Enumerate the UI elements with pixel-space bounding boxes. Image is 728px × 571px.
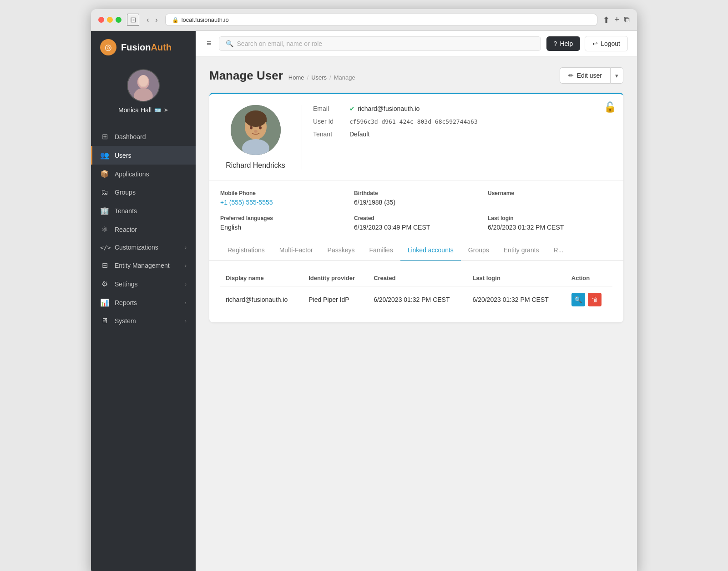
sidebar-item-reactor[interactable]: ⚛ Reactor (91, 220, 196, 239)
logout-button[interactable]: ↩ Logout (585, 36, 628, 51)
sidebar-item-users[interactable]: 👥 Users (91, 146, 196, 165)
edit-icon: ✏ (568, 72, 574, 79)
sidebar-item-label: Tenants (115, 207, 137, 215)
main-content: Manage User Home / Users / Manage (196, 56, 637, 571)
email-row: Email ✔ richard@fusionauth.io (313, 105, 602, 112)
svg-point-14 (254, 130, 258, 133)
tab-r[interactable]: R... (546, 240, 571, 261)
search-box[interactable]: 🔍 Search on email, name or role (219, 36, 541, 51)
linked-accounts-table-section: Display name Identity provider Created L… (209, 261, 623, 322)
system-icon: 🖥 (100, 317, 109, 325)
sidebar-item-customizations[interactable]: </> Customizations › (91, 239, 196, 256)
sidebar-toggle-btn[interactable]: ⊡ (127, 14, 139, 26)
sidebar-item-reports[interactable]: 📊 Reports › (91, 293, 196, 312)
sidebar-item-label: Reports (115, 299, 137, 306)
breadcrumb-current: Manage (334, 74, 355, 81)
birthdate-detail: Birthdate 6/19/1988 (35) (354, 190, 479, 206)
userid-row: User Id cf596c3d-d961-424c-803d-68c59274… (313, 118, 602, 125)
logo-icon: ◎ (100, 39, 116, 55)
created-label: Created (354, 215, 479, 221)
chevron-right-icon: › (185, 281, 187, 287)
minimize-dot[interactable] (107, 17, 113, 23)
delete-linked-account-button[interactable]: 🗑 (588, 293, 602, 306)
unlock-icon[interactable]: 🔓 (604, 101, 616, 113)
sidebar-item-label: Reactor (115, 226, 137, 233)
created-value: 6/19/2023 03:49 PM CEST (354, 224, 479, 231)
svg-point-4 (139, 75, 148, 86)
user-fullname: Richard Hendricks (226, 161, 285, 170)
table-header-row: Display name Identity provider Created L… (220, 270, 612, 286)
share-button[interactable]: ⬆ (603, 15, 610, 25)
tenant-value: Default (349, 130, 369, 138)
sidebar-item-system[interactable]: 🖥 System › (91, 312, 196, 330)
username-detail: Username – (488, 190, 612, 206)
sidebar-user-name: Monica Hall 🪪 ➤ (118, 106, 168, 114)
app-container: ◎ FusionAuth Monica Hall (91, 31, 637, 571)
breadcrumb: Home / Users / Manage (288, 74, 355, 81)
groups-icon: 🗂 (100, 188, 109, 196)
col-last-login: Last login (467, 270, 566, 286)
tab-families[interactable]: Families (362, 240, 400, 261)
entity-management-icon: ⊟ (100, 261, 109, 270)
sidebar-item-label: Applications (115, 170, 149, 178)
search-placeholder: Search on email, name or role (237, 40, 323, 47)
tab-registrations[interactable]: Registrations (220, 240, 272, 261)
sidebar-item-label: Entity Management (115, 262, 170, 269)
edit-user-button[interactable]: ✏ Edit user (560, 67, 610, 84)
sidebar-item-entity-management[interactable]: ⊟ Entity Management › (91, 256, 196, 275)
back-button[interactable]: ‹ (145, 15, 151, 25)
sidebar-logo: ◎ FusionAuth (91, 31, 196, 64)
username-label: Username (488, 190, 612, 196)
breadcrumb-home[interactable]: Home (288, 74, 304, 81)
svg-point-13 (259, 126, 262, 130)
sidebar-item-dashboard[interactable]: ⊞ Dashboard (91, 127, 196, 146)
sidebar-item-applications[interactable]: 📦 Applications (91, 165, 196, 183)
close-dot[interactable] (98, 17, 104, 23)
chevron-right-icon: › (185, 245, 187, 250)
view-linked-account-button[interactable]: 🔍 (571, 293, 585, 306)
cell-identity-provider: Pied Piper IdP (303, 286, 368, 313)
tab-linked-accounts[interactable]: Linked accounts (400, 240, 461, 261)
sidebar-item-settings[interactable]: ⚙ Settings › (91, 275, 196, 293)
new-tab-button[interactable]: + (614, 15, 619, 25)
edit-dropdown-button[interactable]: ▾ (610, 67, 623, 84)
sidebar-item-groups[interactable]: 🗂 Groups (91, 183, 196, 201)
email-label: Email (313, 105, 349, 112)
maximize-dot[interactable] (116, 17, 121, 23)
page-title: Manage User (209, 69, 283, 83)
preferred-languages-detail: Preferred languages English (220, 215, 345, 231)
breadcrumb-users[interactable]: Users (311, 74, 327, 81)
mobile-phone-value[interactable]: +1 (555) 555-5555 (220, 199, 345, 206)
chevron-right-icon: › (185, 318, 187, 324)
help-icon: ? (554, 40, 557, 47)
tabs-button[interactable]: ⧉ (624, 15, 630, 25)
sidebar-item-label: Customizations (115, 244, 158, 251)
address-bar[interactable]: 🔒 local.fusionauth.io (165, 14, 598, 26)
user-photo (231, 105, 281, 155)
search-icon: 🔍 (226, 40, 233, 47)
search-icon: 🔍 (574, 296, 582, 303)
window-control-dots (98, 17, 121, 23)
last-login-detail: Last login 6/20/2023 01:32 PM CEST (488, 215, 612, 231)
tabs-container: Registrations Multi-Factor Passkeys Fami… (209, 240, 623, 261)
sidebar-item-label: System (115, 317, 136, 325)
forward-button[interactable]: › (153, 15, 159, 25)
sidebar-user-avatar (127, 69, 160, 102)
tab-entity-grants[interactable]: Entity grants (496, 240, 546, 261)
tenants-icon: 🏢 (100, 206, 109, 215)
tab-multi-factor[interactable]: Multi-Factor (272, 240, 320, 261)
reports-icon: 📊 (100, 298, 109, 307)
tab-passkeys[interactable]: Passkeys (320, 240, 362, 261)
email-value: ✔ richard@fusionauth.io (349, 105, 420, 112)
reactor-icon: ⚛ (100, 225, 109, 234)
menu-icon[interactable]: ≡ (205, 37, 213, 50)
preferred-languages-value: English (220, 224, 345, 231)
tab-groups[interactable]: Groups (461, 240, 496, 261)
help-button[interactable]: ? Help (546, 36, 581, 51)
user-card-header: Richard Hendricks Email ✔ richard@fusion… (209, 94, 623, 181)
table-row: richard@fusionauth.io Pied Piper IdP 6/2… (220, 286, 612, 313)
birthdate-label: Birthdate (354, 190, 479, 196)
sidebar-item-tenants[interactable]: 🏢 Tenants (91, 201, 196, 220)
mobile-phone-label: Mobile Phone (220, 190, 345, 196)
lock-icon: 🔒 (172, 17, 179, 23)
